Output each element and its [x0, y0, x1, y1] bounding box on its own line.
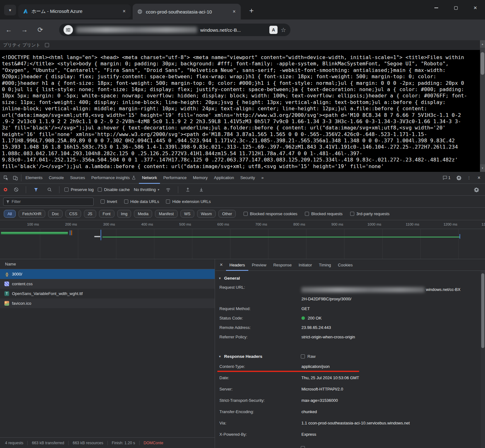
address-bar[interactable]: windows.net/cc-B... A ☆ — [59, 24, 290, 36]
network-overview-waterfall[interactable] — [0, 229, 485, 259]
tab-preview[interactable]: Preview — [248, 259, 270, 271]
tab-application[interactable]: Application — [211, 172, 237, 184]
tab-cookies[interactable]: Cookies — [334, 259, 356, 271]
maximize-button[interactable] — [446, 0, 466, 16]
minimize-button[interactable] — [427, 0, 446, 16]
close-tab-icon[interactable]: × — [121, 8, 128, 15]
request-row[interactable]: T OpenSans_VariableFont_wdth_wght.ttf — [0, 289, 215, 298]
new-tab-button[interactable]: + — [246, 5, 257, 16]
header-row-strict-transport-security: Strict-Transport-Security: max-age=31536… — [215, 395, 481, 406]
settings-gear-icon[interactable] — [454, 173, 464, 183]
device-toolbar-icon[interactable] — [11, 173, 20, 183]
source-line: fill='black'/></svg>");}ul a.lambda::bef… — [2, 163, 478, 170]
throttling-select[interactable]: No throttling ▾ — [134, 187, 159, 192]
kebab-menu-icon[interactable]: ⋮ — [464, 173, 474, 183]
status-code-row: Status Code: 200 OK — [215, 313, 481, 323]
inspect-element-icon[interactable] — [1, 173, 11, 183]
preserve-log-checkbox[interactable]: Preserve log — [64, 187, 94, 192]
disable-cache-checkbox[interactable]: Disable cache — [98, 187, 130, 192]
chip-all[interactable]: All — [4, 210, 16, 218]
close-details-icon[interactable]: × — [217, 260, 226, 270]
tab-elements[interactable]: Elements — [22, 172, 46, 184]
tab-security[interactable]: Security — [237, 172, 258, 184]
requests-name-column-header[interactable]: Name — [0, 259, 215, 269]
search-icon[interactable] — [45, 185, 54, 194]
divider — [59, 186, 59, 193]
tab-response[interactable]: Response — [270, 259, 295, 271]
network-filter-input[interactable] — [12, 199, 91, 204]
request-headers-raw-checkbox[interactable] — [301, 446, 305, 448]
scroll-down-icon[interactable]: ▼ — [480, 164, 485, 172]
bookmark-star-icon[interactable]: ☆ — [281, 26, 286, 34]
details-scrollbar[interactable] — [481, 271, 485, 448]
clear-network-log-icon[interactable] — [11, 185, 21, 194]
pretty-print-checkbox[interactable] — [45, 43, 49, 47]
back-button[interactable]: ← — [2, 23, 16, 37]
response-headers-section-header[interactable]: ▼ Response Headers Raw — [215, 352, 481, 361]
import-har-icon[interactable] — [183, 185, 193, 194]
chip-other[interactable]: Other — [218, 210, 236, 218]
site-settings-icon[interactable] — [63, 25, 73, 35]
timeline-tick-label: 1000 ms — [350, 222, 381, 226]
raw-toggle[interactable] — [301, 446, 305, 448]
tab-active[interactable]: ccon-prod-southeastasia-aci-10 × — [133, 4, 241, 19]
network-conditions-wifi-icon[interactable] — [163, 185, 173, 194]
close-window-button[interactable]: × — [466, 0, 485, 16]
maximize-icon — [454, 6, 458, 10]
tab-memory[interactable]: Memory — [190, 172, 211, 184]
record-network-log-button[interactable] — [4, 188, 7, 191]
request-row[interactable]: {} 3000/ — [0, 269, 215, 279]
chip-js[interactable]: JS — [84, 210, 96, 218]
translate-icon[interactable]: A — [269, 26, 278, 34]
tab-console[interactable]: Console — [46, 172, 67, 184]
tab-search-button[interactable]: ▾ — [4, 5, 16, 15]
reload-button[interactable]: ⟳ — [33, 23, 47, 37]
chip-media[interactable]: Media — [134, 210, 152, 218]
scroll-up-icon[interactable]: ▲ — [480, 40, 485, 48]
close-devtools-icon[interactable]: × — [474, 173, 484, 183]
close-tab-icon[interactable]: × — [231, 8, 238, 15]
chip-ws[interactable]: WS — [180, 210, 194, 218]
scrollbar-thumb[interactable] — [481, 273, 484, 348]
forward-button[interactable]: → — [18, 23, 31, 37]
chip-css[interactable]: CSS — [65, 210, 81, 218]
general-section-header[interactable]: ▼ General — [215, 274, 481, 282]
hide-extension-urls-checkbox[interactable]: Hide extension URLs — [166, 199, 211, 204]
request-headers-section-header[interactable] — [215, 444, 481, 448]
chip-doc[interactable]: Doc — [48, 210, 63, 218]
page-scrollbar[interactable]: ▲ ▼ — [480, 40, 485, 172]
chip-manifest[interactable]: Manifest — [155, 210, 177, 218]
tab-initiator[interactable]: Initiator — [295, 259, 316, 271]
grid-line — [154, 229, 154, 259]
tab-performance-insights[interactable]: Performance insights — [88, 172, 139, 184]
chip-wasm[interactable]: Wasm — [197, 210, 216, 218]
tab-sources[interactable]: Sources — [67, 172, 88, 184]
request-row[interactable]: favicon.ico — [0, 298, 215, 308]
hide-data-urls-checkbox[interactable]: Hide data URLs — [124, 199, 159, 204]
network-filter-row: Invert Hide data URLs Hide extension URL… — [0, 196, 485, 208]
json-file-icon: {} — [4, 272, 9, 276]
header-name: Via: — [219, 421, 301, 425]
request-row[interactable]: content.css — [0, 279, 215, 289]
tab-label: Performance — [163, 175, 186, 180]
raw-checkbox[interactable] — [301, 354, 305, 358]
invert-checkbox[interactable]: Invert — [101, 199, 117, 204]
tab-azure[interactable]: ホーム - Microsoft Azure × — [18, 4, 131, 18]
third-party-requests-checkbox[interactable]: 3rd-party requests — [350, 211, 390, 216]
tab-timing[interactable]: Timing — [316, 259, 335, 271]
blocked-requests-checkbox[interactable]: Blocked requests — [305, 211, 343, 216]
chip-img[interactable]: Img — [117, 210, 131, 218]
more-tabs-button[interactable]: » — [258, 172, 267, 184]
tab-headers[interactable]: Headers — [226, 259, 248, 271]
export-har-icon[interactable] — [197, 185, 206, 194]
network-settings-gear-icon[interactable] — [472, 185, 481, 194]
chip-fetch-xhr[interactable]: Fetch/XHR — [19, 210, 45, 218]
raw-toggle[interactable]: Raw — [301, 354, 316, 359]
filter-funnel-icon[interactable] — [31, 185, 41, 194]
chip-font[interactable]: Font — [99, 210, 114, 218]
tab-network[interactable]: Network — [139, 172, 160, 184]
tab-performance[interactable]: Performance — [160, 172, 190, 184]
scrollbar-thumb[interactable] — [481, 52, 484, 75]
blocked-response-cookies-checkbox[interactable]: Blocked response cookies — [244, 211, 297, 216]
section-title: Response Headers — [224, 354, 262, 359]
